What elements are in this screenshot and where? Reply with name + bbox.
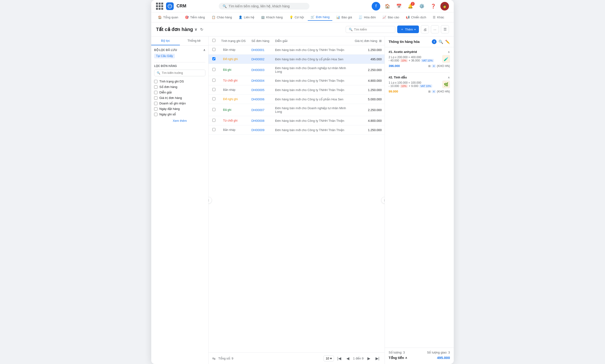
amount-5: 1.250.000: [368, 88, 382, 92]
row-checkbox-2[interactable]: [212, 57, 215, 60]
order-link-8[interactable]: DH00008: [251, 119, 265, 123]
menu-item-bao-gia[interactable]: 📊 Báo giá: [333, 14, 355, 21]
table-row[interactable]: Bản nháp DH00001 Đơn hàng bán mới cho Cô…: [209, 45, 385, 55]
filter-checkbox-ngay-dat[interactable]: Ngày đặt hàng: [154, 106, 205, 112]
order-link-1[interactable]: DH00001: [251, 48, 265, 52]
avatar[interactable]: 👩: [440, 2, 449, 11]
refresh-button[interactable]: ↻: [200, 27, 203, 32]
page-size-selector[interactable]: 10 ▾: [323, 355, 334, 361]
print-button[interactable]: 🖨: [421, 25, 429, 33]
right-panel-edit-icon[interactable]: ✏️: [445, 39, 450, 44]
filter-checkbox-doanh-so[interactable]: Doanh số ghi nhận: [154, 101, 205, 106]
menu-item-bao-cao[interactable]: 📈 Báo cáo: [379, 14, 402, 21]
select-all-checkbox[interactable]: [212, 39, 215, 42]
description-9: Đơn hàng bán mới cho Công ty TNHH Thân T…: [275, 128, 344, 132]
filter-checkbox-gia-tri[interactable]: Giá trị đơn hàng: [154, 95, 205, 101]
field-search-input[interactable]: [162, 71, 203, 75]
table-row[interactable]: Đề nghị ghi DH00006 Đơn hàng bán mới cho…: [209, 95, 385, 104]
plus-icon: ＋: [401, 27, 404, 31]
saved-filter-chevron[interactable]: ∧: [203, 48, 205, 52]
order-link-2[interactable]: DH00002: [251, 57, 265, 61]
first-page-btn[interactable]: |◀: [336, 355, 343, 362]
table-row[interactable]: Từ chối ghi DH00008 Đơn hàng bán mới cho…: [209, 116, 385, 125]
order-search[interactable]: 🔍: [346, 26, 395, 33]
amount-1: 1.250.000: [368, 48, 382, 52]
menu-item-tong-quan[interactable]: 🏠 Tổng quan: [155, 14, 181, 21]
row-checkbox-8[interactable]: [212, 119, 215, 122]
field-search[interactable]: 🔍: [154, 70, 205, 76]
order-link-9[interactable]: DH00009: [251, 128, 265, 132]
add-dropdown-icon: ▾: [414, 28, 416, 31]
page-size-arrow: ▾: [330, 357, 332, 360]
last-page-btn[interactable]: ▶|: [374, 355, 381, 362]
menu-item-don-hang[interactable]: 🛒 Đơn hàng: [308, 14, 332, 21]
right-panel-search-icon[interactable]: 🔍: [439, 39, 443, 44]
order-link-7[interactable]: DH00007: [251, 108, 265, 112]
product-item-2: #2. Tinh dầu ∧ 1 Lọ x 100.000 = 100.000 …: [389, 76, 450, 93]
row-checkbox-4[interactable]: [212, 79, 215, 82]
crm-icon[interactable]: 🏠: [383, 2, 392, 11]
menu-item-chien-dich[interactable]: 📢 Chiến dịch: [403, 14, 429, 21]
table-row[interactable]: Đã ghi DH00007 Đơn hàng bán mới cho Doan…: [209, 104, 385, 116]
prev-page-btn[interactable]: ◀: [345, 355, 351, 362]
bao-cao-icon: 📈: [382, 15, 386, 19]
menu-item-hoa-don[interactable]: 🧾 Hóa đơn: [356, 14, 379, 21]
row-checkbox-1[interactable]: [212, 48, 215, 51]
see-more-link[interactable]: Xem thêm: [154, 117, 205, 124]
menu-item-co-hoi[interactable]: 💡 Cơ hội: [286, 14, 307, 21]
svg-point-0: [168, 4, 172, 8]
table-row[interactable]: Bản nháp DH00009 Đơn hàng bán mới cho Cô…: [209, 125, 385, 135]
description-3: Đơn hàng bán mới cho Doanh nghiệp tư nhâ…: [275, 66, 346, 73]
view-toggle-button[interactable]: ☰: [441, 25, 449, 33]
table-row[interactable]: Từ chối ghi DH00004 Đơn hàng bán mới cho…: [209, 76, 385, 85]
product-2-thumb: 🌿: [442, 80, 450, 88]
order-link-5[interactable]: DH00005: [251, 88, 265, 92]
menu-item-tiem-nang[interactable]: 🎯 Tiềm năng: [182, 14, 208, 21]
filter-checkbox-so-don-hang[interactable]: Số đơn hàng: [154, 84, 205, 90]
row-checkbox-9[interactable]: [212, 128, 215, 131]
table-row[interactable]: Đã ghi DH00003 Đơn hàng bán mới cho Doan…: [209, 64, 385, 76]
calendar-icon[interactable]: 📅: [395, 2, 403, 11]
filter-checkbox-tinh-trang[interactable]: Tình trạng ghi DS: [154, 79, 205, 84]
row-checkbox-7[interactable]: [212, 108, 215, 111]
product-1-chevron[interactable]: ∧: [448, 50, 450, 54]
filter-checkbox-dien-giai[interactable]: Diễn giải: [154, 90, 205, 95]
table-row[interactable]: Đề nghị ghi DH00002 Đơn hàng bán mới cho…: [209, 55, 385, 64]
right-panel-badge: 4: [432, 39, 437, 44]
grid-menu-icon[interactable]: [156, 3, 163, 10]
notification-icon[interactable]: 🔔 2: [406, 2, 415, 11]
menu-item-khach-hang[interactable]: 🏢 Khách hàng: [258, 14, 285, 21]
total-chevron-icon[interactable]: ∧: [405, 356, 407, 360]
add-button[interactable]: ＋ Thêm ▾: [397, 26, 419, 33]
table-row[interactable]: Bản nháp DH00005 Đơn hàng bán mới cho Cô…: [209, 85, 385, 95]
order-link-4[interactable]: DH00004: [251, 79, 265, 82]
facebook-icon[interactable]: f: [372, 2, 380, 11]
order-link-3[interactable]: DH00003: [251, 68, 265, 72]
more-options-button[interactable]: ···: [431, 25, 439, 33]
order-link-6[interactable]: DH00006: [251, 97, 265, 101]
tab-bo-loc[interactable]: Bộ lọc: [151, 37, 180, 45]
global-search[interactable]: 🔍: [219, 3, 309, 10]
menu-item-chao-hang[interactable]: 📋 Chào hàng: [209, 14, 235, 21]
tab-thong-ke[interactable]: Thống kê: [180, 37, 209, 45]
filter-icon[interactable]: ⇆: [212, 356, 215, 361]
filter-checkbox-ngay-ghi[interactable]: Ngày ghi sổ: [154, 112, 205, 117]
menu-item-lien-he[interactable]: 👤 Liên hệ: [236, 14, 257, 21]
help-icon[interactable]: ❓: [429, 2, 438, 11]
row-checkbox-3[interactable]: [212, 68, 215, 71]
product-2-chevron[interactable]: ∧: [448, 76, 450, 79]
next-page-btn[interactable]: ▶: [365, 355, 372, 362]
settings-icon[interactable]: ⚙️: [417, 2, 426, 11]
page-title[interactable]: Tất cả đơn hàng ∨: [156, 26, 197, 32]
saved-filter-tag[interactable]: Tại Cầu Giấy: [154, 54, 175, 58]
status-badge-9: Bản nháp: [221, 128, 237, 132]
status-badge-8: Từ chối ghi: [221, 118, 239, 123]
product-1-plus: + 36.000: [409, 59, 420, 62]
row-checkbox-6[interactable]: [212, 97, 215, 100]
global-search-input[interactable]: [229, 4, 306, 8]
menu-item-khac[interactable]: ☰ Khác: [430, 14, 447, 21]
order-search-input[interactable]: [354, 28, 392, 31]
row-checkbox-5[interactable]: [212, 88, 215, 91]
amount-6: 5.000.000: [368, 97, 382, 101]
column-settings-icon[interactable]: ⊞: [379, 39, 382, 43]
